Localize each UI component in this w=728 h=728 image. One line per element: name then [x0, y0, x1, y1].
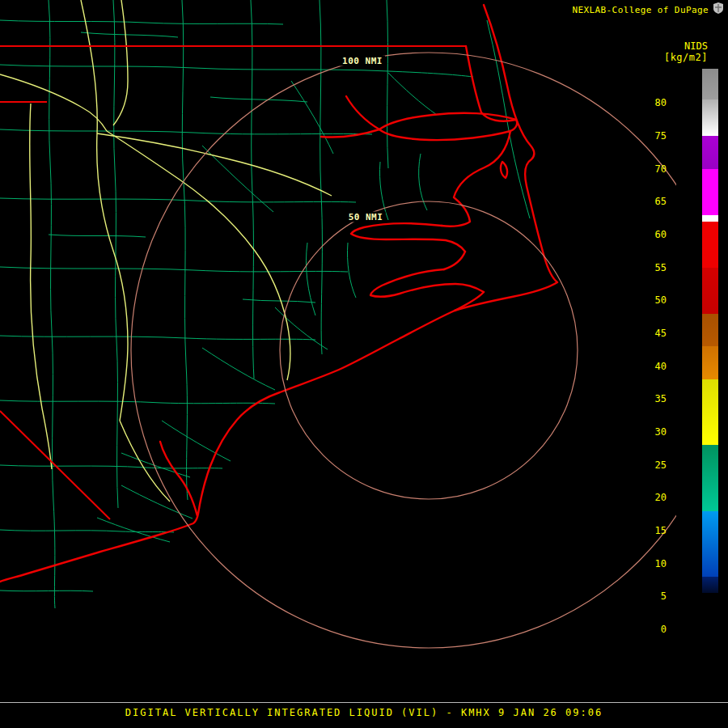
range-ring-label-100nmi: 100 NMI — [340, 56, 385, 66]
cod-logo-icon — [712, 2, 725, 15]
range-ring-label-50nmi: 50 NMI — [346, 212, 386, 222]
radar-map-canvas — [0, 0, 728, 728]
range-ring-100nmi — [131, 53, 726, 648]
county-boundary-lines — [0, 0, 530, 608]
product-caption: DIGITAL VERTICALLY INTEGRATED LIQUID (VI… — [0, 707, 728, 718]
range-ring-50nmi — [280, 201, 578, 499]
units-label: [kg/m2] — [664, 52, 708, 63]
range-rings — [131, 53, 726, 648]
product-code-label: NIDS — [684, 40, 708, 52]
state-border-lines — [0, 46, 466, 519]
brand-text: NEXLAB-College of DuPage — [572, 5, 709, 15]
footer-divider-line — [0, 702, 728, 703]
colorbar-gradient — [702, 69, 718, 651]
